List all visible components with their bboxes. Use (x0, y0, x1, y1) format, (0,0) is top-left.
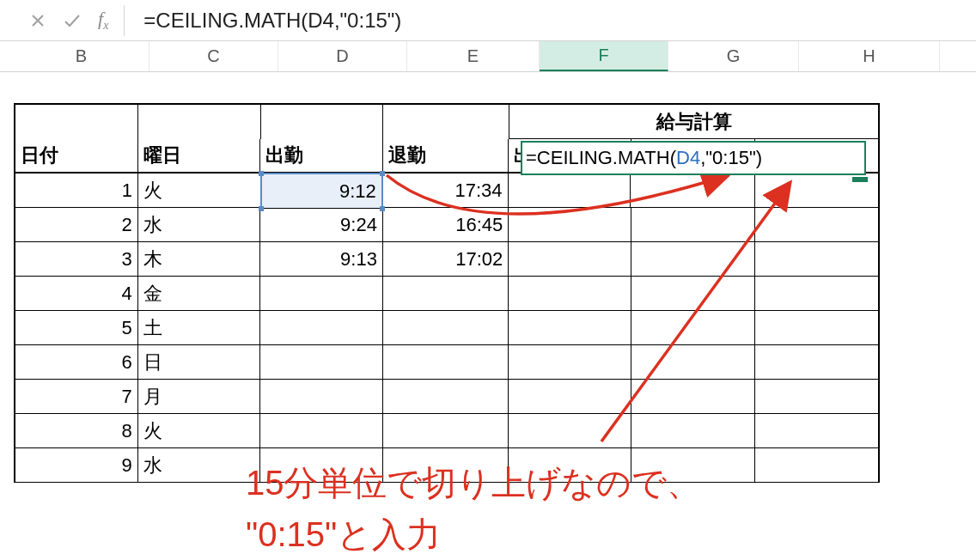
table-row: 8 火 (15, 414, 878, 448)
cell[interactable] (631, 242, 756, 277)
cell[interactable] (383, 345, 509, 380)
cell-weekday[interactable]: 木 (138, 242, 261, 277)
blank-cell (261, 105, 384, 139)
cell-date[interactable]: 1 (15, 173, 138, 208)
cell[interactable] (383, 414, 509, 448)
cell[interactable] (509, 277, 631, 311)
hdr-clockout: 退勤 (383, 139, 509, 173)
cell[interactable] (755, 311, 878, 345)
table-row: 9 水 (15, 448, 878, 483)
cell[interactable] (260, 448, 383, 483)
table-row: 5 土 (15, 311, 878, 345)
cell-clockout[interactable]: 17:02 (383, 242, 509, 277)
formula-input[interactable]: =CEILING.MATH(D4,"0:15") (137, 5, 959, 36)
table-row: 7 月 (15, 380, 878, 414)
cell[interactable] (509, 173, 631, 208)
cell[interactable] (260, 345, 383, 380)
cell[interactable] (383, 448, 509, 483)
cell[interactable] (755, 380, 878, 414)
cell-date[interactable]: 4 (15, 277, 138, 311)
cell-weekday[interactable]: 火 (138, 173, 261, 208)
separator (124, 5, 125, 36)
cell[interactable] (260, 414, 383, 448)
cell[interactable] (509, 208, 631, 242)
cell[interactable] (755, 414, 878, 448)
cell[interactable] (631, 345, 756, 380)
cell-value: 9:12 (339, 180, 376, 203)
cell-date[interactable]: 9 (15, 448, 138, 483)
blank-cell (383, 105, 509, 139)
cell[interactable] (631, 277, 756, 311)
cell-clockin[interactable]: 9:13 (260, 242, 383, 277)
cell[interactable] (631, 448, 756, 483)
cell[interactable] (631, 311, 756, 345)
cell-clockout[interactable]: 17:34 (382, 173, 509, 208)
cell[interactable] (383, 277, 509, 311)
col-header-B[interactable]: B (14, 41, 149, 71)
formula-prefix: =CEILING.MATH( (526, 147, 676, 169)
col-header-D[interactable]: D (278, 41, 407, 71)
cell[interactable] (509, 414, 631, 448)
cell-date[interactable]: 5 (15, 311, 138, 345)
cell-weekday[interactable]: 水 (138, 448, 261, 483)
cell-weekday[interactable]: 土 (138, 311, 261, 345)
cell[interactable] (260, 277, 383, 311)
col-header-G[interactable]: G (668, 41, 799, 71)
blank-cell (15, 105, 138, 139)
cell-date[interactable]: 6 (15, 345, 138, 380)
cell-clockin-selected[interactable]: 9:12 (260, 173, 383, 209)
cell[interactable] (631, 414, 756, 448)
editing-cell[interactable]: =CEILING.MATH(D4,"0:15") (521, 141, 866, 175)
hdr-date: 日付 (15, 139, 138, 173)
annotation-line2: "0:15"と入力 (246, 508, 702, 560)
cell[interactable] (631, 380, 756, 414)
hdr-weekday: 曜日 (138, 139, 261, 173)
cell[interactable] (755, 208, 878, 242)
cell[interactable] (260, 311, 383, 345)
column-headers: B C D E F G H (0, 41, 976, 72)
cell-clockin[interactable]: 9:24 (260, 208, 383, 242)
formula-ref: D4 (676, 147, 700, 169)
table-row: 1 火 9:12 17:34 (15, 173, 878, 208)
cell-clockout[interactable]: 16:45 (383, 208, 509, 242)
cell-weekday[interactable]: 水 (138, 208, 261, 242)
table-row: 4 金 (15, 277, 878, 311)
cell[interactable] (383, 311, 509, 345)
col-header-E[interactable]: E (407, 41, 540, 71)
col-header-H[interactable]: H (799, 41, 940, 71)
cancel-icon[interactable] (26, 9, 50, 33)
cell[interactable] (509, 380, 631, 414)
formula-suffix: ,"0:15") (700, 147, 762, 169)
cell[interactable] (755, 448, 878, 483)
enter-icon[interactable] (60, 9, 84, 33)
col-header-F[interactable]: F (540, 41, 668, 71)
cell-date[interactable]: 2 (15, 208, 138, 242)
cell-weekday[interactable]: 金 (138, 277, 261, 311)
blank-cell (138, 105, 261, 139)
cell-weekday[interactable]: 日 (138, 345, 261, 380)
cell[interactable] (509, 311, 631, 345)
cell-weekday[interactable]: 月 (138, 380, 261, 414)
cell[interactable] (631, 208, 756, 242)
cell[interactable] (260, 380, 383, 414)
cell[interactable] (383, 380, 509, 414)
hdr-clockin: 出勤 (260, 139, 383, 173)
cell[interactable] (755, 277, 878, 311)
payroll-title: 給与計算 (509, 105, 878, 139)
cell-date[interactable]: 8 (15, 414, 138, 448)
col-header-C[interactable]: C (149, 41, 278, 71)
cell[interactable] (631, 173, 755, 208)
cell[interactable] (509, 345, 631, 380)
cell[interactable] (755, 345, 878, 380)
cell[interactable] (509, 242, 631, 277)
cell[interactable] (509, 448, 631, 483)
table-row: 3 木 9:13 17:02 (15, 242, 878, 277)
cell-date[interactable]: 3 (15, 242, 138, 277)
sheet-area: 給与計算 日付 曜日 出勤 退勤 出勤 退勤 実働時間 1 火 9:12 17:… (0, 72, 976, 483)
fill-handle[interactable] (852, 177, 868, 182)
cell-weekday[interactable]: 火 (138, 414, 261, 448)
cell-date[interactable]: 7 (15, 380, 138, 414)
table-row: 2 水 9:24 16:45 (15, 208, 878, 242)
fx-icon[interactable]: fx (95, 8, 112, 33)
cell[interactable] (755, 242, 878, 277)
